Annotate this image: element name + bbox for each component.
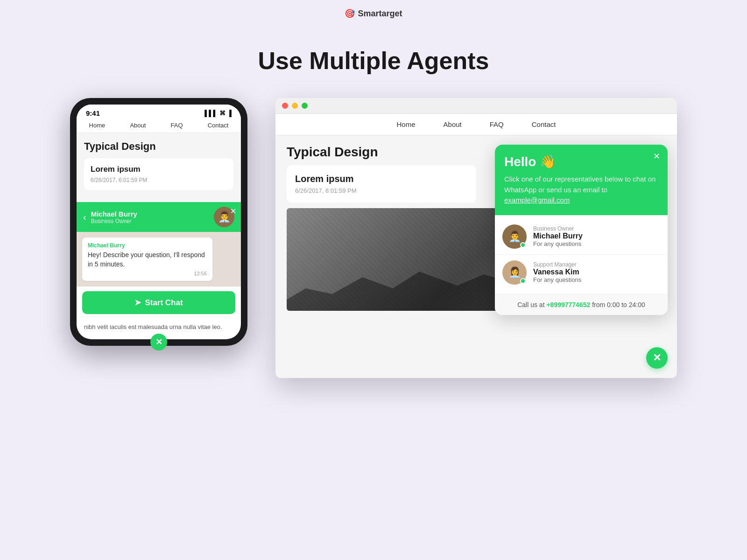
popup-footer-suffix: from 0:00 to 24:00 [592,301,645,308]
phone-nav-about[interactable]: About [130,122,146,129]
browser-card-title: Lorem ipsum [295,174,468,184]
phone-content: Typical Design Lorem ipsum 6/26/2017, 6:… [77,133,241,202]
chat-sender: Michael Burry [88,242,207,249]
browser-mockup: Home About FAQ Contact Typical Design Lo… [275,98,677,378]
browser-dot-yellow[interactable] [292,103,298,109]
popup-header: ✕ Hello 👋 Click one of our representativ… [495,145,668,215]
whatsapp-agent-name: Michael Burry [91,210,209,218]
logo: 🎯 Smartarget [345,8,402,19]
browser-card-date: 6/26/2017, 6:01:59 PM [295,187,468,194]
popup-hello: Hello 👋 [504,154,658,169]
whatsapp-bar-info: Michael Burry Business Owner [91,210,209,224]
bottom-text-content: nibh velit iaculis est malesuada urna nu… [84,323,222,330]
browser-nav: Home About FAQ Contact [275,114,677,135]
phone-content-title: Typical Design [84,140,233,153]
start-chat-button[interactable]: ➤ Start Chat [82,291,235,314]
agent-info-michael: Business Owner Michael Burry For any que… [533,225,583,247]
phone-lorem-card: Lorem ipsum 6/26/2017, 6:01:59 PM [84,158,233,190]
logo-icon: 🎯 [345,8,355,19]
phone-nav-contact[interactable]: Contact [208,122,229,129]
phone-frame: 9:41 ▌▌▌ ⌘ ▐ Home About FAQ Contact [70,98,247,346]
phone-status-icons: ▌▌▌ ⌘ ▐ [204,110,232,117]
popup-footer: Call us at +89997774652 from 0:00 to 24:… [495,294,668,315]
agent-online-dot-vanessa [520,278,526,284]
browser-nav-faq[interactable]: FAQ [490,120,504,128]
popup-description: Click one of our representatives below t… [504,174,658,206]
browser-dot-red[interactable] [282,103,288,109]
whatsapp-close-icon[interactable]: ✕ [230,207,236,216]
popup-email-link[interactable]: example@gmail.com [504,196,570,204]
content-area: 9:41 ▌▌▌ ⌘ ▐ Home About FAQ Contact [70,98,677,378]
agent-avatar-wrap-michael: 👨‍💼 [502,224,527,249]
popup-phone-number[interactable]: +89997774652 [546,301,590,308]
agent-role-michael: Business Owner [533,225,583,232]
phone-card-title: Lorem ipsum [91,165,227,174]
start-chat-label: Start Chat [145,298,183,308]
agent-name-vanessa: Vanessa Kim [533,268,581,276]
browser-close-bubble[interactable]: ✕ [646,347,668,369]
phone-whatsapp-bar[interactable]: ‹ Michael Burry Business Owner 👨‍💼 ✕ [77,202,241,232]
agent-item-michael[interactable]: 👨‍💼 Business Owner Michael Burry For any… [495,219,668,255]
chat-text: Hey! Describe your question, I'll respon… [88,251,207,269]
agent-online-dot-michael [520,242,526,248]
logo-text: Smartarget [358,9,402,19]
whatsapp-agent-role: Business Owner [91,218,209,224]
phone-screen: 9:41 ▌▌▌ ⌘ ▐ Home About FAQ Contact [77,105,241,339]
phone-close-bubble[interactable]: ✕ [150,334,167,350]
phone-mockup: 9:41 ▌▌▌ ⌘ ▐ Home About FAQ Contact [70,98,247,346]
signal-icon: ▌▌▌ [204,110,218,117]
send-icon: ➤ [134,298,141,308]
popup-footer-prefix: Call us at [517,301,546,308]
browser-nav-about[interactable]: About [444,120,462,128]
wifi-icon: ⌘ [219,110,226,117]
page-heading: Use Multiple Agents [258,47,489,75]
agent-name-michael: Michael Burry [533,232,583,240]
phone-nav-home[interactable]: Home [89,122,106,129]
whatsapp-popup: ✕ Hello 👋 Click one of our representativ… [495,145,668,315]
browser-lorem-card: Lorem ipsum 6/26/2017, 6:01:59 PM [287,165,476,203]
phone-nav-faq[interactable]: FAQ [170,122,183,129]
agent-role-vanessa: Support Manager [533,261,581,268]
back-arrow-icon[interactable]: ‹ [83,212,86,223]
agent-desc-vanessa: For any questions [533,276,581,283]
agent-list: 👨‍💼 Business Owner Michael Burry For any… [495,215,668,294]
browser-nav-contact[interactable]: Contact [532,120,556,128]
popup-desc-text: Click one of our representatives below t… [504,175,655,194]
phone-nav: Home About FAQ Contact [77,119,241,133]
chat-area: Michael Burry Hey! Describe your questio… [77,232,241,287]
browser-dot-green[interactable] [302,103,308,109]
chat-bubble: Michael Burry Hey! Describe your questio… [82,238,212,281]
browser-chrome [275,98,677,114]
battery-icon: ▐ [227,110,232,117]
agent-info-vanessa: Support Manager Vanessa Kim For any ques… [533,261,581,283]
browser-content: Typical Design Lorem ipsum 6/26/2017, 6:… [275,135,677,378]
popup-close-icon[interactable]: ✕ [653,151,660,161]
browser-nav-home[interactable]: Home [397,120,416,128]
phone-card-date: 6/26/2017, 6:01:59 PM [91,177,227,183]
phone-time: 9:41 [86,109,100,117]
chat-time: 12:56 [88,271,207,276]
agent-desc-michael: For any questions [533,240,583,247]
agent-avatar-wrap-vanessa: 👩‍💼 [502,260,527,285]
phone-status-bar: 9:41 ▌▌▌ ⌘ ▐ [77,105,241,119]
agent-item-vanessa[interactable]: 👩‍💼 Support Manager Vanessa Kim For any … [495,255,668,290]
